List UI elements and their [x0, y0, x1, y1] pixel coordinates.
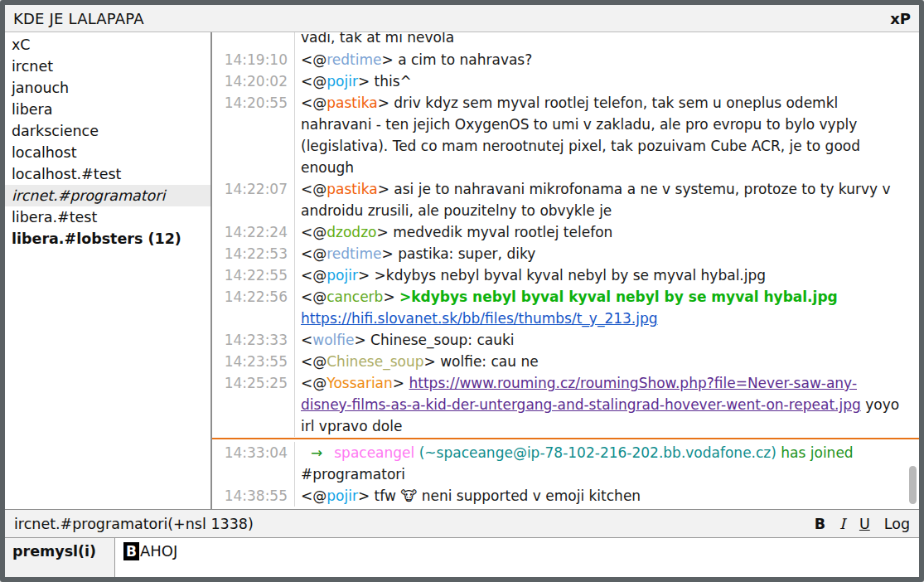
text-segment: tfw 🐮 neni supported v emoji kitchen — [375, 487, 641, 504]
sidebar-item-localhost[interactable]: localhost — [5, 142, 210, 163]
bracket-segment: > — [424, 353, 441, 370]
bold-green-segment: >kdybys nebyl byval kyval nebyl by se my… — [399, 289, 838, 305]
sidebar-item-darkscience[interactable]: darkscience — [5, 120, 210, 142]
bracket-segment: > — [382, 245, 399, 262]
timestamp: 14:22:56 — [212, 286, 295, 329]
chat-message: vadi, tak at mi nevola — [212, 32, 919, 49]
chat-message: 14:38:55<@pojir> tfw 🐮 neni supported v … — [212, 485, 919, 507]
sidebar-item-xc[interactable]: xC — [5, 34, 210, 56]
timestamp: 14:22:24 — [212, 221, 295, 243]
message-body: <@Chinese_soup> wolfie: cau ne — [295, 351, 919, 372]
bracket-segment: > — [358, 487, 375, 504]
timestamp: 14:22:07 — [212, 178, 295, 221]
sidebar-item-libera[interactable]: libera — [5, 99, 210, 120]
main-area: xCircnetjanouchliberadarksciencelocalhos… — [5, 32, 919, 509]
irc-client-window: KDE JE LALAPAPA xP xCircnetjanouchlibera… — [0, 0, 924, 582]
nick-label: dzodzo — [327, 224, 376, 240]
channel-status: ircnet.#programatori(+nsl 1338) — [14, 516, 801, 532]
timestamp: 14:38:55 — [212, 485, 295, 507]
chat-message: 14:23:55<@Chinese_soup> wolfie: cau ne — [212, 351, 919, 372]
timestamp: 14:22:55 — [212, 264, 295, 286]
nick-label: Yossarian — [327, 375, 393, 391]
bracket-segment: <@ — [301, 353, 327, 370]
bracket-segment: > — [382, 51, 399, 68]
sidebar-item-libera-#test[interactable]: libera.#test — [5, 206, 210, 228]
bracket-segment: <@ — [301, 95, 327, 111]
text-segment: #programatori — [301, 466, 405, 483]
nick-label: pojir — [327, 487, 358, 504]
message-input[interactable]: BAHOJ — [115, 538, 919, 577]
chat-message: 14:20:55<@pastika> driv kdyz sem myval r… — [212, 92, 919, 178]
timestamp: 14:19:10 — [212, 49, 295, 70]
chat-area: vadi, tak at mi nevola14:19:10<@redtime>… — [212, 32, 919, 509]
chat-message: 14:22:55<@pojir> >kdybys nebyl byval kyv… — [212, 264, 919, 286]
bracket-segment: < — [301, 332, 312, 348]
bracket-segment: > — [354, 332, 370, 348]
sidebar-item-ircnet-#programatori[interactable]: ircnet.#programatori — [5, 185, 210, 206]
bracket-segment: <@ — [301, 375, 327, 391]
message-body: <@pojir> tfw 🐮 neni supported v emoji ki… — [295, 485, 919, 507]
scrollbar-thumb[interactable] — [909, 466, 917, 504]
sidebar-item-ircnet[interactable]: ircnet — [5, 56, 210, 77]
bracket-segment: > — [358, 73, 375, 90]
join-nick-segment: spaceangel — [334, 444, 414, 461]
nick-label: redtime — [327, 245, 381, 262]
bracket-segment: > — [376, 224, 393, 240]
own-nick-label: premysl(i) — [5, 538, 115, 577]
text-segment: pastika: super, diky — [398, 245, 535, 262]
timestamp — [212, 32, 295, 49]
sidebar-item-libera-#lobsters-12-[interactable]: libera.#lobsters (12) — [5, 228, 210, 250]
bracket-segment: > — [378, 95, 394, 111]
message-link[interactable]: https://hifi.slovanet.sk/bb/files/thumbs… — [301, 310, 658, 327]
message-body: <@pastika> driv kdyz sem myval rootlej t… — [295, 92, 919, 178]
message-body: <@dzodzo> medvedik myval rootlej telefon — [295, 221, 919, 243]
bracket-segment: <@ — [301, 73, 327, 90]
text-segment: a cim to nahravas? — [398, 51, 532, 68]
sidebar: xCircnetjanouchliberadarksciencelocalhos… — [5, 32, 212, 509]
nick-label: pastika — [327, 95, 377, 111]
bracket-segment: > — [393, 375, 409, 391]
chat-message: 14:22:24<@dzodzo> medvedik myval rootlej… — [212, 221, 919, 243]
chat-message: 14:22:56<@cancerb> >kdybys nebyl byval k… — [212, 286, 919, 329]
timestamp: 14:20:55 — [212, 92, 295, 178]
text-segment: >kdybys nebyl byval kyval nebyl by se my… — [375, 267, 767, 284]
bracket-segment: <@ — [301, 224, 327, 240]
timestamp: 14:23:33 — [212, 329, 295, 351]
message-body: <@redtime> a cim to nahravas? — [295, 49, 919, 70]
titlebar-right-label[interactable]: xP — [890, 10, 911, 27]
input-bar: premysl(i) BAHOJ — [5, 537, 919, 577]
join-action-segment: has joined — [781, 444, 853, 461]
log-button[interactable]: Log — [884, 516, 910, 532]
join-host-segment: (~spaceange@ip-78-102-216-202.bb.vodafon… — [419, 444, 776, 461]
message-body: <@pastika> asi je to nahravani mikrofona… — [295, 178, 919, 221]
chat-message: 14:20:02<@pojir> this^ — [212, 70, 919, 92]
bracket-segment: <@ — [301, 289, 327, 305]
italic-button[interactable]: I — [839, 516, 845, 532]
message-body: vadi, tak at mi nevola — [295, 32, 919, 49]
timestamp: 14:20:02 — [212, 70, 295, 92]
timestamp: 14:22:53 — [212, 243, 295, 264]
nick-label: wolfie — [312, 332, 354, 348]
status-bar: ircnet.#programatori(+nsl 1338) BIULog — [5, 509, 919, 537]
chat-message: 14:25:25<@Yossarian> https://www.rouming… — [212, 372, 919, 437]
nick-label: redtime — [327, 51, 381, 68]
bracket-segment: <@ — [301, 51, 327, 68]
bracket-segment: > — [383, 289, 399, 305]
message-body: <@redtime> pastika: super, diky — [295, 243, 919, 264]
unread-separator — [212, 438, 919, 439]
message-body: →spaceangel (~spaceange@ip-78-102-216-20… — [295, 442, 919, 485]
text-segment: wolfie: cau ne — [440, 353, 539, 370]
bold-control-marker: B — [123, 542, 139, 560]
underline-button[interactable]: U — [859, 516, 870, 532]
chat-message: 14:19:10<@redtime> a cim to nahravas? — [212, 49, 919, 70]
sidebar-item-localhost-#test[interactable]: localhost.#test — [5, 163, 210, 185]
bold-button[interactable]: B — [815, 516, 825, 532]
bracket-segment: <@ — [301, 181, 327, 197]
sidebar-item-janouch[interactable]: janouch — [5, 77, 210, 99]
text-segment: Chinese_soup: cauki — [370, 332, 514, 348]
join-message: 14:33:04→spaceangel (~spaceange@ip-78-10… — [212, 442, 919, 485]
chat-message: 14:23:33<wolfie> Chinese_soup: cauki — [212, 329, 919, 351]
message-body: <@pojir> this^ — [295, 70, 919, 92]
bracket-segment: > — [358, 267, 375, 284]
text-segment: vadi, tak at mi nevola — [301, 32, 454, 46]
